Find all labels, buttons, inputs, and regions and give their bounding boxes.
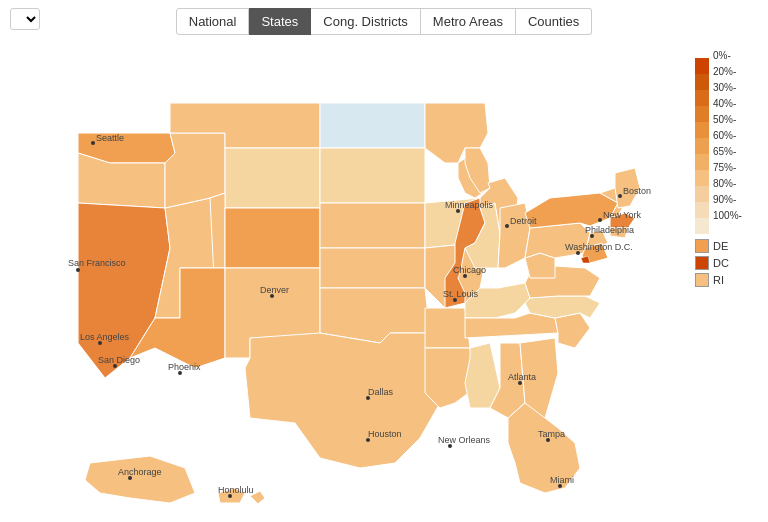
city-dot-honolulu [228, 494, 232, 498]
city-dot-minneapolis [456, 209, 460, 213]
legend-item-de: DE [695, 239, 729, 253]
legend-color-5 [695, 138, 709, 154]
legend-tick-6: 50%- [713, 112, 742, 128]
legend-panel: 100%- 90%- 80%- 75%- 65%- 60%- 50%- 40%-… [693, 43, 768, 522]
tab-counties[interactable]: Counties [516, 8, 592, 35]
tab-cong-districts[interactable]: Cong. Districts [311, 8, 421, 35]
legend-color-3 [695, 170, 709, 186]
city-dot-miami [558, 484, 562, 488]
legend-tick-3: 75%- [713, 160, 742, 176]
legend-item-label-ri: RI [713, 274, 724, 286]
main-content: Seattle San Francisco Los Angeles San Di… [0, 43, 768, 522]
top-bar: National States Cong. Districts Metro Ar… [0, 0, 768, 43]
tab-states[interactable]: States [249, 8, 311, 35]
legend-tick-9: 20%- [713, 64, 742, 80]
legend-tick-5: 60%- [713, 128, 742, 144]
legend-color-8 [695, 90, 709, 106]
legend-scale: 100%- 90%- 80%- 75%- 65%- 60%- 50%- 40%-… [713, 48, 742, 224]
city-dot-sandiego [113, 364, 117, 368]
main-dropdown[interactable] [10, 8, 40, 30]
city-dot-tampa [546, 438, 550, 442]
legend-color-2 [695, 186, 709, 202]
nav-tabs: National States Cong. Districts Metro Ar… [176, 8, 593, 35]
legend-tick-10: 0%- [713, 48, 742, 64]
us-map-svg: Seattle San Francisco Los Angeles San Di… [10, 48, 690, 508]
legend-tick-7: 40%- [713, 96, 742, 112]
legend-color-9 [695, 74, 709, 90]
city-dot-dc [576, 251, 580, 255]
legend-colors [695, 48, 709, 234]
legend-tick-8: 30%- [713, 80, 742, 96]
city-dot-seattle [91, 141, 95, 145]
legend-color-10 [695, 58, 709, 74]
legend-color-0 [695, 218, 709, 234]
city-dot-atlanta [518, 381, 522, 385]
legend-item-ri: RI [695, 273, 729, 287]
city-dot-sf [76, 268, 80, 272]
legend-item-label-dc: DC [713, 257, 729, 269]
legend-color-7 [695, 106, 709, 122]
city-dot-la [98, 341, 102, 345]
city-dot-anchorage [128, 476, 132, 480]
city-dot-phoenix [178, 371, 182, 375]
legend-item-box-dc [695, 256, 709, 270]
city-dot-dallas [366, 396, 370, 400]
city-dot-boston [618, 194, 622, 198]
legend-scale-row: 100%- 90%- 80%- 75%- 65%- 60%- 50%- 40%-… [695, 48, 742, 234]
city-dot-neworleans [448, 444, 452, 448]
tab-national[interactable]: National [176, 8, 250, 35]
legend-color-4 [695, 154, 709, 170]
legend-tick-2: 80%- [713, 176, 742, 192]
legend-color-6 [695, 122, 709, 138]
dropdown-wrapper[interactable] [10, 8, 40, 30]
legend-tick-1: 90%- [713, 192, 742, 208]
city-dot-chicago [463, 274, 467, 278]
legend-item-label-de: DE [713, 240, 728, 252]
city-dot-houston [366, 438, 370, 442]
city-dot-newyork [598, 218, 602, 222]
city-dot-philadelphia [590, 234, 594, 238]
city-dot-denver [270, 294, 274, 298]
legend-item-box-de [695, 239, 709, 253]
map-container: Seattle San Francisco Los Angeles San Di… [0, 43, 693, 522]
city-dot-detroit [505, 224, 509, 228]
legend-color-1 [695, 202, 709, 218]
city-label-neworleans: New Orleans [438, 435, 491, 445]
city-dot-stlouis [453, 298, 457, 302]
legend-tick-4: 65%- [713, 144, 742, 160]
legend-item-dc: DC [695, 256, 729, 270]
tab-metro-areas[interactable]: Metro Areas [421, 8, 516, 35]
legend-item-box-ri [695, 273, 709, 287]
legend-tick-0: 100%- [713, 208, 742, 224]
legend-items: DE DC RI [695, 239, 729, 287]
